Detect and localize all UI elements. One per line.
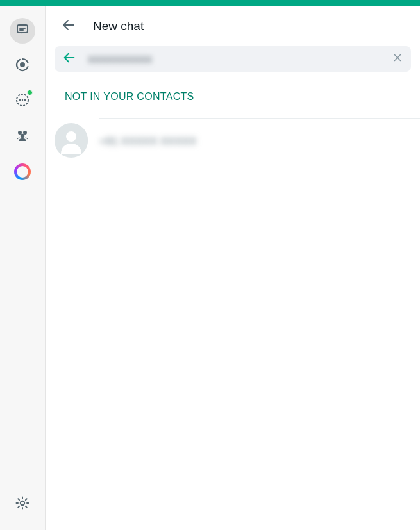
sidebar-settings[interactable] <box>10 492 35 517</box>
search-box <box>55 46 411 72</box>
sidebar-meta-ai[interactable] <box>10 159 35 185</box>
svg-point-6 <box>18 131 22 135</box>
back-button[interactable] <box>56 13 81 39</box>
svg-point-7 <box>23 131 27 135</box>
window-teal-strip <box>0 0 420 6</box>
arrow-left-icon <box>62 51 76 67</box>
notification-badge <box>27 90 33 95</box>
chat-icon <box>15 22 30 40</box>
sidebar-chats[interactable] <box>10 18 35 44</box>
search-back-button[interactable] <box>62 51 76 67</box>
contact-info: +91 XXXXX XXXXX <box>99 118 420 164</box>
svg-point-4 <box>22 99 23 101</box>
sidebar-status[interactable] <box>10 53 35 79</box>
svg-point-11 <box>66 131 76 142</box>
svg-point-3 <box>19 99 21 101</box>
contact-number: +91 XXXXX XXXXX <box>99 135 197 148</box>
communities-icon <box>15 128 30 145</box>
svg-point-5 <box>24 99 26 101</box>
status-icon <box>15 57 30 75</box>
svg-point-1 <box>20 62 25 67</box>
page-title: New chat <box>93 19 144 33</box>
svg-point-9 <box>21 501 24 505</box>
gear-icon <box>15 495 30 513</box>
clear-search-button[interactable] <box>392 52 403 66</box>
sidebar-communities[interactable] <box>10 124 35 149</box>
search-input[interactable] <box>88 54 392 65</box>
section-label: NOT IN YOUR CONTACTS <box>46 77 420 112</box>
arrow-left-icon <box>61 17 76 35</box>
meta-ai-icon <box>14 163 31 180</box>
left-sidebar <box>0 6 45 530</box>
svg-point-8 <box>21 134 24 138</box>
avatar <box>55 124 88 158</box>
main-panel: New chat <box>45 6 420 530</box>
person-icon <box>55 123 88 159</box>
close-icon <box>392 52 403 66</box>
contact-result-row[interactable]: +91 XXXXX XXXXX <box>46 112 420 170</box>
sidebar-channels[interactable] <box>10 88 35 114</box>
panel-header: New chat <box>46 6 420 46</box>
